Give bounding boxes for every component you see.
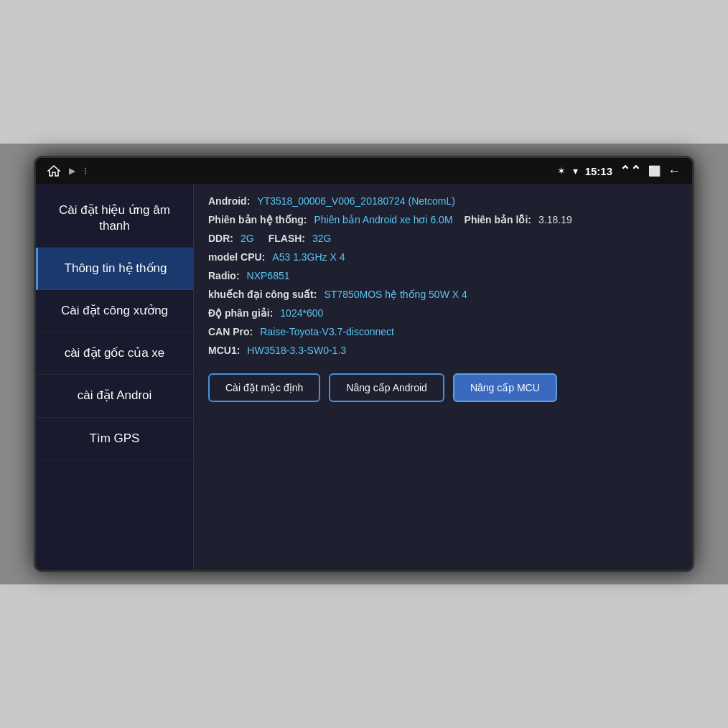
default-settings-button[interactable]: Cài đặt mặc định bbox=[208, 373, 320, 402]
photo-frame: ▶ ⁝ ✶ ▾ 15:13 ⌃⌃ ⬜ ← Cài đặt hiệu ứng âm… bbox=[0, 0, 728, 728]
info-row-amplifier: khuếch đại công suất: ST7850MOS hệ thống… bbox=[208, 289, 678, 300]
amplifier-value: ST7850MOS hệ thống 50W X 4 bbox=[324, 289, 467, 300]
mcu-value: HW3518-3.3-SW0-1.3 bbox=[247, 345, 346, 356]
info-row-radio: Radio: NXP6851 bbox=[208, 270, 678, 281]
svg-marker-0 bbox=[48, 166, 60, 176]
resolution-value: 1024*600 bbox=[280, 307, 323, 319]
radio-label: Radio: bbox=[208, 270, 240, 281]
sidebar-item-sound-effects[interactable]: Cài đặt hiệu ứng âm thanh bbox=[36, 190, 193, 248]
upgrade-android-button[interactable]: Nâng cấp Android bbox=[329, 373, 444, 402]
ddr-label: DDR: bbox=[208, 233, 233, 244]
radio-value: NXP6851 bbox=[247, 270, 290, 281]
sidebar-item-android-settings[interactable]: cài đặt Androi bbox=[36, 375, 193, 417]
time-display: 15:13 bbox=[585, 165, 612, 177]
upgrade-mcu-button[interactable]: Nâng cấp MCU bbox=[453, 373, 557, 402]
main-content: Android: YT3518_00006_V006_20180724 (Net… bbox=[194, 184, 692, 570]
can-value: Raise-Toyota-V3.7-disconnect bbox=[260, 326, 394, 337]
info-row-resolution: Độ phân giải: 1024*600 bbox=[208, 307, 678, 319]
cpu-value: A53 1.3GHz X 4 bbox=[272, 251, 345, 263]
android-label: Android: bbox=[208, 195, 250, 207]
info-table: Android: YT3518_00006_V006_20180724 (Net… bbox=[208, 195, 678, 402]
bluetooth-icon: ✶ bbox=[557, 165, 566, 177]
version-label: Phiên bản hệ thống: bbox=[208, 214, 307, 225]
cpu-label: model CPU: bbox=[208, 251, 265, 263]
info-row-can: CAN Pro: Raise-Toyota-V3.7-disconnect bbox=[208, 326, 678, 337]
ddr-value: 2G bbox=[241, 233, 254, 244]
info-row-ddr: DDR: 2G FLASH: 32G bbox=[208, 233, 678, 244]
info-row-android: Android: YT3518_00006_V006_20180724 (Net… bbox=[208, 195, 678, 207]
signal-icon: ▾ bbox=[573, 165, 578, 177]
info-row-version: Phiên bản hệ thống: Phiên bản Android xe… bbox=[208, 214, 678, 225]
info-row-cpu: model CPU: A53 1.3GHz X 4 bbox=[208, 251, 678, 263]
sidebar-item-system-info[interactable]: Thông tin hệ thống bbox=[36, 248, 193, 290]
mcu-label: MCU1: bbox=[208, 345, 240, 356]
error-version-label: Phiên bản lỗi: bbox=[465, 214, 531, 225]
flash-label: FLASH: bbox=[269, 233, 305, 244]
sidebar: Cài đặt hiệu ứng âm thanh Thông tin hệ t… bbox=[36, 184, 194, 570]
error-version-value: 3.18.19 bbox=[538, 214, 572, 225]
flash-value: 32G bbox=[312, 233, 331, 244]
buttons-row: Cài đặt mặc định Nâng cấp Android Nâng c… bbox=[208, 373, 678, 402]
window-icon[interactable]: ⬜ bbox=[648, 165, 661, 177]
status-left: ▶ ⁝ bbox=[47, 164, 87, 177]
can-label: CAN Pro: bbox=[208, 326, 253, 337]
status-right: ✶ ▾ 15:13 ⌃⌃ ⬜ ← bbox=[557, 163, 681, 179]
status-bar: ▶ ⁝ ✶ ▾ 15:13 ⌃⌃ ⬜ ← bbox=[36, 158, 692, 184]
info-row-mcu: MCU1: HW3518-3.3-SW0-1.3 bbox=[208, 345, 678, 356]
chevron-up-icon: ⌃⌃ bbox=[620, 163, 641, 179]
amplifier-label: khuếch đại công suất: bbox=[208, 289, 317, 300]
device-container: ▶ ⁝ ✶ ▾ 15:13 ⌃⌃ ⬜ ← Cài đặt hiệu ứng âm… bbox=[34, 156, 694, 572]
home-icon[interactable] bbox=[47, 164, 60, 177]
version-value: Phiên bản Android xe hơi 6.0M bbox=[314, 214, 452, 225]
android-value: YT3518_00006_V006_20180724 (NetcomL) bbox=[257, 195, 455, 207]
sidebar-item-find-gps[interactable]: Tìm GPS bbox=[36, 418, 193, 460]
sidebar-item-factory-settings[interactable]: Cài đặt công xưởng bbox=[36, 290, 193, 332]
photo-bg-bottom bbox=[0, 584, 728, 728]
play-icon[interactable]: ▶ bbox=[69, 166, 75, 176]
dots-icon[interactable]: ⁝ bbox=[84, 165, 87, 177]
resolution-label: Độ phân giải: bbox=[208, 307, 273, 319]
photo-bg-top bbox=[0, 0, 728, 144]
back-icon[interactable]: ← bbox=[668, 164, 681, 179]
sidebar-item-car-defaults[interactable]: cài đặt gốc của xe bbox=[36, 332, 193, 375]
main-screen: Cài đặt hiệu ứng âm thanh Thông tin hệ t… bbox=[36, 184, 692, 570]
